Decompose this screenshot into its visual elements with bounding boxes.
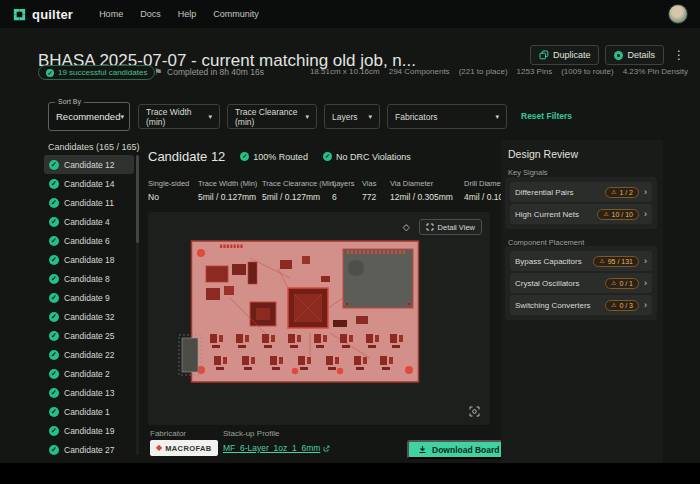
candidate-title: Candidate 12 bbox=[148, 149, 225, 164]
preview-toolbar: ◇ Detail View bbox=[403, 219, 482, 235]
duplicate-button[interactable]: Duplicate bbox=[530, 45, 600, 65]
nav-link[interactable]: Community bbox=[213, 9, 259, 19]
candidate-list-item[interactable]: ✓ Candidate 2 bbox=[44, 364, 134, 383]
candidate-label: Candidate 11 bbox=[64, 198, 114, 208]
warning-count: 95 / 131 bbox=[608, 258, 633, 265]
check-circle-icon: ✓ bbox=[49, 407, 59, 417]
reset-filters-link[interactable]: Reset Filters bbox=[521, 111, 572, 121]
warning-icon: ⚠ bbox=[611, 302, 616, 308]
candidates-header: Candidates (165 / 165) bbox=[48, 142, 140, 152]
check-circle-icon: ✓ bbox=[240, 152, 249, 161]
candidates-list: ✓ Candidate 12 ✓ Candidate 14 ✓ Candidat… bbox=[44, 155, 134, 459]
nav-link[interactable]: Home bbox=[99, 9, 123, 19]
candidate-list-item[interactable]: ✓ Candidate 9 bbox=[44, 288, 134, 307]
kebab-menu-icon[interactable]: ⋮ bbox=[670, 48, 688, 62]
candidate-label: Candidate 13 bbox=[64, 388, 115, 398]
candidate-label: Candidate 9 bbox=[64, 293, 110, 303]
spec-header: Trace Width (Min) bbox=[198, 179, 254, 188]
warning-count: 1 / 2 bbox=[619, 189, 633, 196]
external-link-icon bbox=[323, 445, 330, 452]
design-review-row[interactable]: High Current Nets ⚠ 10 / 10 › bbox=[510, 204, 652, 224]
board-preview-canvas[interactable]: ◇ Detail View bbox=[148, 212, 490, 425]
check-circle-icon: ✓ bbox=[49, 312, 59, 322]
expand-icon bbox=[426, 223, 434, 231]
chevron-down-icon: ▾ bbox=[305, 113, 309, 121]
warning-count: 10 / 10 bbox=[612, 211, 633, 218]
chevron-right-icon: › bbox=[644, 209, 647, 219]
stat-item: 4.23% Pin Density bbox=[623, 67, 688, 76]
stackup-link-text: MF_6-Layer_1oz_1_6mm bbox=[223, 443, 320, 453]
chevron-down-icon: ▾ bbox=[368, 113, 372, 121]
spec-header: Single-sided bbox=[148, 179, 190, 188]
candidate-list-item[interactable]: ✓ Candidate 19 bbox=[44, 421, 134, 440]
nav-link[interactable]: Docs bbox=[140, 9, 161, 19]
candidate-list-item[interactable]: ✓ Candidate 22 bbox=[44, 345, 134, 364]
duplicate-label: Duplicate bbox=[553, 50, 591, 60]
filter-dropdown[interactable]: Layers ▾ bbox=[324, 104, 380, 129]
candidate-list-item[interactable]: ✓ Candidate 12 bbox=[44, 155, 134, 174]
quilter-logo[interactable]: quilter bbox=[12, 7, 73, 22]
fit-to-view-icon[interactable] bbox=[469, 406, 480, 417]
candidates-scrollbar bbox=[136, 155, 139, 455]
nav-link[interactable]: Help bbox=[178, 9, 197, 19]
filter-dropdown-label: Fabricators bbox=[395, 112, 438, 122]
check-circle-icon: ✓ bbox=[49, 293, 59, 303]
fabricator-label: Fabricator bbox=[150, 429, 186, 438]
pcb-board-image bbox=[190, 238, 420, 385]
warning-icon: ⚠ bbox=[603, 211, 608, 217]
key-signals-label: Key Signals bbox=[508, 168, 548, 177]
stat-item: 18.51cm x 10.16cm bbox=[310, 67, 380, 76]
copy-icon bbox=[539, 50, 549, 60]
routed-label: 100% Routed bbox=[253, 152, 308, 162]
candidate-label: Candidate 18 bbox=[64, 255, 115, 265]
warning-icon: ⚠ bbox=[611, 280, 616, 286]
details-button[interactable]: Details bbox=[605, 45, 664, 65]
design-review-row[interactable]: Crystal Oscillators ⚠ 0 / 1 › bbox=[510, 273, 652, 293]
candidate-list-item[interactable]: ✓ Candidate 8 bbox=[44, 269, 134, 288]
candidate-list-item[interactable]: ✓ Candidate 14 bbox=[44, 174, 134, 193]
stackup-profile-link[interactable]: MF_6-Layer_1oz_1_6mm bbox=[223, 443, 330, 453]
candidate-list-item[interactable]: ✓ Candidate 6 bbox=[44, 231, 134, 250]
candidate-label: Candidate 19 bbox=[64, 426, 115, 436]
detail-view-button[interactable]: Detail View bbox=[419, 219, 482, 235]
candidate-list-item[interactable]: ✓ Candidate 13 bbox=[44, 383, 134, 402]
check-circle-icon: ✓ bbox=[49, 179, 59, 189]
spec-column: Single-sided No bbox=[148, 179, 190, 202]
details-status-icon bbox=[614, 51, 623, 60]
candidate-list-item[interactable]: ✓ Candidate 27 bbox=[44, 440, 134, 459]
candidate-label: Candidate 4 bbox=[64, 217, 110, 227]
drc-badge: ✓ No DRC Violations bbox=[323, 152, 411, 162]
candidate-list-item[interactable]: ✓ Candidate 18 bbox=[44, 250, 134, 269]
layers-icon[interactable]: ◇ bbox=[403, 222, 410, 232]
component-placement-group: Bypass Capacitors ⚠ 95 / 131 › Crystal O… bbox=[505, 246, 657, 320]
check-circle-icon: ✓ bbox=[49, 426, 59, 436]
warning-count-badge: ⚠ 0 / 3 bbox=[605, 300, 639, 311]
design-review-row[interactable]: Differential Pairs ⚠ 1 / 2 › bbox=[510, 182, 652, 202]
candidate-list-item[interactable]: ✓ Candidate 4 bbox=[44, 212, 134, 231]
candidate-list-item[interactable]: ✓ Candidate 32 bbox=[44, 307, 134, 326]
filter-dropdown[interactable]: Fabricators ▾ bbox=[387, 104, 507, 129]
spec-value: 6 bbox=[332, 192, 354, 202]
candidate-list-item[interactable]: ✓ Candidate 11 bbox=[44, 193, 134, 212]
filter-dropdown[interactable]: Trace Clearance (min) ▾ bbox=[227, 104, 317, 129]
review-item-label: Crystal Oscillators bbox=[515, 279, 605, 288]
candidate-list-item[interactable]: ✓ Candidate 1 bbox=[44, 402, 134, 421]
scrollbar-thumb[interactable] bbox=[136, 155, 139, 243]
user-avatar[interactable] bbox=[668, 4, 688, 24]
download-board-button[interactable]: Download Board bbox=[407, 440, 511, 459]
sort-by-dropdown[interactable]: Sort By Recommended ▾ bbox=[48, 102, 130, 131]
stackup-profile-label: Stack-up Profile bbox=[223, 429, 279, 438]
check-circle-icon: ✓ bbox=[49, 255, 59, 265]
design-review-row[interactable]: Switching Converters ⚠ 0 / 3 › bbox=[510, 295, 652, 315]
chevron-down-icon: ▾ bbox=[208, 113, 212, 121]
review-item-label: Differential Pairs bbox=[515, 188, 605, 197]
chevron-down-icon: ▾ bbox=[120, 113, 124, 121]
stat-item: (1009 to route) bbox=[561, 67, 613, 76]
design-review-row[interactable]: Bypass Capacitors ⚠ 95 / 131 › bbox=[510, 251, 652, 271]
chevron-right-icon: › bbox=[644, 278, 647, 288]
check-circle-icon: ✓ bbox=[49, 369, 59, 379]
warning-icon: ⚠ bbox=[599, 258, 604, 264]
routed-badge: ✓ 100% Routed bbox=[240, 152, 308, 162]
filter-dropdown[interactable]: Trace Width (min) ▾ bbox=[138, 104, 220, 129]
candidate-list-item[interactable]: ✓ Candidate 25 bbox=[44, 326, 134, 345]
